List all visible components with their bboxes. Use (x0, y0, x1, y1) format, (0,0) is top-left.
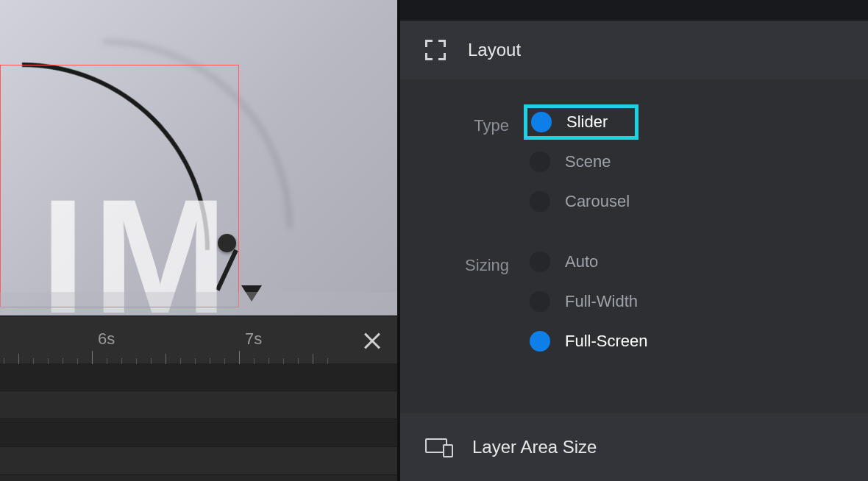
track-row[interactable] (0, 391, 397, 419)
timeline-tracks[interactable] (0, 363, 397, 481)
sizing-option-fullwidth[interactable]: Full-Width (525, 285, 655, 318)
type-option-slider[interactable]: Slider (525, 106, 637, 138)
expand-icon (425, 40, 446, 60)
type-option-carousel[interactable]: Carousel (525, 185, 637, 218)
layer-area-section-header[interactable]: Layer Area Size (400, 413, 868, 481)
layout-section-header[interactable]: Layout (400, 21, 868, 79)
radio-label: Slider (566, 113, 608, 132)
close-icon[interactable] (362, 329, 383, 350)
radio-label: Auto (565, 252, 598, 271)
type-label: Type (428, 106, 509, 135)
radio-icon (530, 331, 550, 352)
safe-area-overlay (0, 292, 397, 316)
radio-label: Carousel (565, 192, 630, 211)
radio-icon (530, 291, 550, 312)
sizing-label: Sizing (428, 246, 509, 275)
track-row[interactable] (0, 363, 397, 391)
layer-area-title: Layer Area Size (472, 437, 597, 457)
inspector-panel: Layout Type Slider Scene Carousel (397, 0, 868, 481)
radio-icon (531, 112, 552, 132)
type-option-scene[interactable]: Scene (525, 146, 637, 178)
radio-label: Full-Screen (565, 332, 647, 351)
sizing-option-fullscreen[interactable]: Full-Screen (525, 325, 655, 357)
sizing-option-auto[interactable]: Auto (525, 246, 655, 278)
devices-icon (425, 438, 450, 456)
panel-top-strip (400, 0, 868, 21)
radio-label: Scene (565, 152, 611, 171)
track-row[interactable] (0, 419, 397, 447)
time-mark-7s: 7s (245, 329, 262, 349)
radio-icon (530, 252, 550, 272)
timeline-ruler[interactable]: 6s 7s (0, 316, 397, 363)
radio-icon (530, 152, 550, 172)
layout-title: Layout (468, 40, 521, 60)
layout-section-body: Type Slider Scene Carousel Sizing (400, 79, 868, 413)
time-mark-6s: 6s (98, 329, 115, 349)
radio-label: Full-Width (565, 292, 638, 311)
track-row[interactable] (0, 447, 397, 475)
preview-pane: IM 6s 7s (0, 0, 397, 481)
radio-icon (530, 191, 550, 212)
canvas-viewport[interactable]: IM (0, 0, 397, 316)
